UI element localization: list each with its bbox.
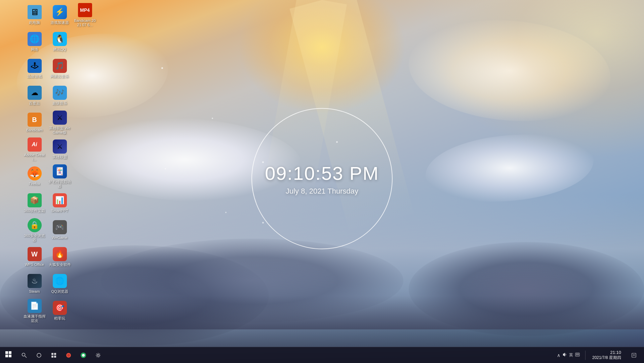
daozeroplay-icon: 🎯 [53, 301, 67, 315]
迅游-icon: 🕹 [28, 59, 42, 73]
desktop-icon-netease[interactable]: 🎵 网易云音乐 [47, 55, 72, 82]
360-taskbar-button[interactable] [76, 347, 91, 363]
bandicam2-icon: B [28, 113, 42, 127]
desktop-icon-bandicam[interactable]: MP4 Bandicam 2021 07 6... [72, 2, 97, 29]
desktop-icon-music2[interactable]: 🎶 超级音乐 [47, 82, 72, 109]
tray-expand-icon[interactable]: ∧ [557, 353, 560, 358]
svg-rect-2 [5, 355, 8, 357]
svg-rect-9 [51, 356, 53, 358]
desktop-icon-bandicam2[interactable]: B Bandicam [22, 109, 47, 136]
clock-date: July 8, 2021 Thursday [286, 187, 358, 195]
lol-wegame-label: 英雄联盟 WeGame版 [48, 126, 71, 135]
desktop-icon-迅游[interactable]: 🕹 迅游游戏 [22, 55, 47, 82]
qqbrowser-icon: 🌐 [53, 274, 67, 288]
svg-rect-18 [576, 354, 577, 354]
hearthstone-label: 炉石传说启动器 [48, 180, 71, 189]
desktop-icon-firefox[interactable]: 🦊 Firefox [22, 163, 47, 190]
svg-point-14 [82, 354, 85, 357]
lol-label: 英雄联盟 [52, 155, 67, 159]
qq-label: 腾讯QQ [53, 47, 66, 52]
daozeroplay-label: 稻零玩 [54, 316, 65, 321]
desktop-icon-wps[interactable]: W WPS Office [22, 244, 47, 271]
desktop-icon-游戏加速器[interactable]: ⚡ 游戏加速器 [47, 2, 72, 29]
qq-icon: 🐧 [53, 32, 67, 46]
icon-row-5: B Bandicam ⚔ 英雄联盟 WeGame版 [22, 109, 97, 136]
taskbar-date: 2021/7/8 星期四 [592, 355, 621, 361]
svg-rect-21 [576, 355, 577, 355]
svg-rect-10 [54, 356, 56, 358]
search-button[interactable] [17, 347, 32, 363]
bandicam-icon: MP4 [78, 3, 92, 17]
taskbar-time: 21:10 [610, 350, 621, 355]
firefox-label: Firefox [29, 182, 40, 186]
language-icon[interactable]: 英 [569, 352, 573, 358]
desktop-icon-hearthstone[interactable]: 🃏 炉石传说启动器 [47, 163, 72, 190]
desktop-icon-qq[interactable]: 🐧 腾讯QQ [47, 29, 72, 55]
system-tray: ∧ 英 [554, 352, 582, 358]
bandicam2-label: Bandicam [26, 128, 43, 132]
icon-row-3: 🕹 迅游游戏 🎵 网易云音乐 [22, 55, 97, 82]
volume-icon[interactable] [562, 352, 567, 358]
360box-label: 360软件宝箱 [24, 209, 45, 213]
widgets-button[interactable] [46, 347, 61, 363]
desktop-icon-blood[interactable]: 📄 血液属于指挥层次 [22, 297, 47, 324]
icon-row-8: 📦 360软件宝箱 📊 SmartPPT [22, 190, 97, 217]
taskbar: ∧ 英 [0, 347, 644, 363]
steam-icon: ♨ [28, 274, 42, 288]
hearthstone-icon: 🃏 [53, 164, 67, 178]
desktop-icon-360box[interactable]: 📦 360软件宝箱 [22, 190, 47, 217]
desktop-icon-wegame[interactable]: 🎮 WeGame [47, 217, 72, 244]
desktop-icon-此电脑[interactable]: 🖥 此电脑 [22, 2, 47, 29]
desktop-icon-lol-wegame[interactable]: ⚔ 英雄联盟 WeGame版 [47, 109, 72, 136]
desktop-icon-smartppt[interactable]: 📊 SmartPPT [47, 190, 72, 217]
desktop-icon-网络[interactable]: 🌐 网络 [22, 29, 47, 55]
svg-marker-16 [563, 353, 565, 357]
netease-icon: 🎵 [53, 59, 67, 73]
adobe-label: Adobe Creati... [23, 153, 46, 162]
qqbrowser-label: QQ浏览器 [51, 289, 68, 294]
desktop-icon-baidu[interactable]: ☁ 百度云 [22, 82, 47, 109]
taskbar-right: ∧ 英 [554, 347, 644, 363]
svg-point-4 [22, 353, 25, 356]
notification-button[interactable] [627, 347, 641, 363]
svg-rect-24 [632, 353, 636, 357]
lol-wegame-icon: ⚔ [53, 111, 67, 125]
record-button[interactable] [61, 347, 76, 363]
input-method-icon[interactable] [575, 352, 580, 358]
svg-rect-3 [9, 355, 11, 357]
icon-row-12: 📄 血液属于指挥层次 🎯 稻零玩 [22, 297, 97, 324]
svg-rect-23 [578, 355, 579, 355]
wps-label: WPS Office [25, 263, 44, 267]
icon-row-6: Ai Adobe Creati... ⚔ 英雄联盟 [22, 136, 97, 163]
svg-point-15 [97, 354, 99, 356]
网络-label: 网络 [31, 47, 38, 52]
icon-row-4: ☁ 百度云 🎶 超级音乐 [22, 82, 97, 109]
lol-icon: ⚔ [53, 139, 67, 154]
svg-rect-22 [577, 355, 578, 355]
adobe-icon: Ai [28, 137, 42, 152]
svg-point-6 [37, 353, 41, 357]
360browser-icon: 🔒 [28, 218, 42, 232]
baidu-icon: ☁ [28, 86, 42, 100]
task-view-button[interactable] [32, 347, 46, 363]
desktop-icon-360browser[interactable]: 🔒 360安全浏览器 [22, 217, 47, 244]
svg-line-5 [25, 356, 27, 358]
svg-rect-7 [51, 353, 53, 355]
360browser-label: 360安全浏览器 [23, 234, 46, 242]
desktop-icon-adobe[interactable]: Ai Adobe Creati... [22, 136, 47, 163]
settings-taskbar-button[interactable] [91, 347, 106, 363]
taskbar-clock[interactable]: 21:10 2021/7/8 星期四 [588, 347, 625, 363]
desktop-icon-lol[interactable]: ⚔ 英雄联盟 [47, 136, 72, 163]
windows-logo-icon [5, 351, 11, 359]
游戏加速器-icon: ⚡ [53, 5, 67, 19]
desktop-icon-daozeroplay[interactable]: 🎯 稻零玩 [47, 297, 72, 324]
迅游-label: 迅游游戏 [27, 74, 42, 79]
desktop-icon-qqbrowser[interactable]: 🌐 QQ浏览器 [47, 271, 72, 297]
desktop-icon-firefox-security[interactable]: 🔥 火狐安全软件 [47, 244, 72, 271]
svg-point-12 [67, 354, 70, 357]
360box-icon: 📦 [28, 193, 42, 207]
desktop-icon-steam[interactable]: ♨ Steam [22, 271, 47, 297]
icon-row-2: 🌐 网络 🐧 腾讯QQ [22, 29, 97, 55]
start-button[interactable] [0, 347, 17, 363]
blood-label: 血液属于指挥层次 [23, 314, 46, 323]
